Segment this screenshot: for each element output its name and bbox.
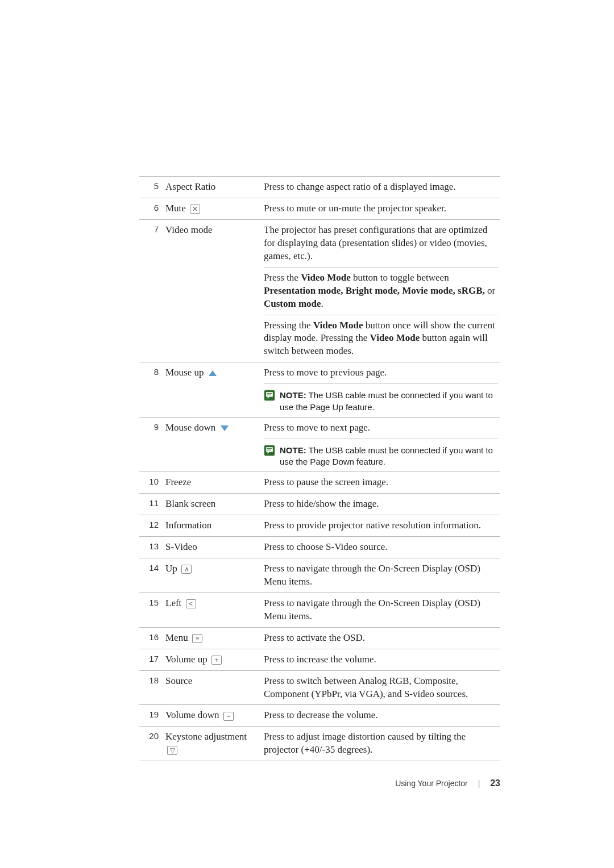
plus-icon: + [211, 656, 222, 665]
row-description: Press to decrease the volume. [264, 705, 500, 727]
row-number: 18 [139, 670, 165, 705]
nav-up-icon: ∧ [181, 565, 192, 574]
table-row: 13S-Video Press to choose S-Video source… [139, 537, 500, 558]
desc-paragraph: Press to adjust image distortion caused … [264, 731, 498, 757]
row-description: Press to choose S-Video source. [264, 537, 500, 558]
note-box: NOTE: The USB cable must be connected if… [264, 388, 498, 413]
desc-paragraph: Press to navigate through the On-Screen … [264, 562, 498, 589]
row-number: 11 [139, 494, 165, 515]
desc-paragraph: Pressing the Video Mode button once will… [264, 315, 498, 358]
footer-page-number: 23 [490, 778, 500, 788]
desc-paragraph: Press to move to next page. [264, 422, 498, 435]
note-text: NOTE: The USB cable must be connected if… [280, 390, 498, 413]
row-label: Volume down − [165, 705, 264, 727]
desc-paragraph: Press to hide/show the image. [264, 498, 498, 511]
row-label: Video mode [165, 219, 264, 362]
desc-paragraph: Press to choose S-Video source. [264, 541, 498, 554]
row-description: Press to increase the volume. [264, 649, 500, 670]
minus-icon: − [223, 712, 234, 721]
row-label: Source [165, 670, 264, 705]
table-row: 14Up ∧Press to navigate through the On-S… [139, 558, 500, 592]
row-number: 17 [139, 649, 165, 670]
remote-functions-table: 5Aspect Ratio Press to change aspect rat… [139, 176, 500, 761]
nav-left-icon: < [186, 599, 196, 608]
row-number: 5 [139, 177, 165, 198]
row-description: Press to activate the OSD. [264, 627, 500, 649]
row-number: 20 [139, 727, 165, 761]
mute-icon: ✕ [190, 205, 200, 214]
note-box: NOTE: The USB cable must be connected if… [264, 443, 498, 468]
row-label: Mouse down [165, 417, 264, 471]
table-row: 17Volume up +Press to increase the volum… [139, 649, 500, 670]
page-footer: Using Your Projector | 23 [395, 778, 500, 788]
row-label: Mute ✕ [165, 198, 264, 219]
table-row: 11Blank screen Press to hide/show the im… [139, 494, 500, 515]
row-description: Press to move to previous page.NOTE: The… [264, 362, 500, 417]
note-text: NOTE: The USB cable must be connected if… [280, 445, 498, 468]
keystone-down-icon: ▽ [167, 746, 177, 755]
row-number: 9 [139, 417, 165, 471]
row-description: Press to adjust image distortion caused … [264, 727, 500, 761]
row-description: Press to mute or un-mute the projector s… [264, 198, 500, 219]
row-number: 6 [139, 198, 165, 219]
table-row: 6Mute ✕Press to mute or un-mute the proj… [139, 198, 500, 219]
desc-paragraph: Press to increase the volume. [264, 653, 498, 666]
desc-paragraph: Press to provide projector native resolu… [264, 519, 498, 532]
desc-paragraph: Press to change aspect ratio of a displa… [264, 181, 498, 194]
table-row: 16Menu ≡Press to activate the OSD. [139, 627, 500, 649]
arrow-up-icon [209, 370, 217, 376]
row-label: Menu ≡ [165, 627, 264, 649]
table-row: 18Source Press to switch between Analog … [139, 670, 500, 705]
desc-paragraph: Press to activate the OSD. [264, 632, 498, 645]
desc-paragraph: Press to decrease the volume. [264, 709, 498, 722]
row-number: 16 [139, 627, 165, 649]
arrow-down-icon [221, 425, 229, 431]
row-description: Press to navigate through the On-Screen … [264, 592, 500, 627]
desc-paragraph: Press to pause the screen image. [264, 476, 498, 489]
footer-section: Using Your Projector [395, 779, 468, 788]
row-label: Mouse up [165, 362, 264, 417]
row-label: Aspect Ratio [165, 177, 264, 198]
row-number: 12 [139, 515, 165, 537]
table-row: 10Freeze Press to pause the screen image… [139, 472, 500, 494]
table-row: 15Left <Press to navigate through the On… [139, 592, 500, 627]
row-description: Press to provide projector native resolu… [264, 515, 500, 537]
row-description: Press to move to next page.NOTE: The USB… [264, 417, 500, 471]
row-description: Press to switch between Analog RGB, Comp… [264, 670, 500, 705]
row-description: Press to pause the screen image. [264, 472, 500, 494]
table-row: 19Volume down −Press to decrease the vol… [139, 705, 500, 727]
row-number: 10 [139, 472, 165, 494]
table-row: 7Video mode The projector has preset con… [139, 219, 500, 362]
table-row: 5Aspect Ratio Press to change aspect rat… [139, 177, 500, 198]
row-label: Blank screen [165, 494, 264, 515]
table-row: 20Keystone adjustment▽Press to adjust im… [139, 727, 500, 761]
table-row: 12Information Press to provide projector… [139, 515, 500, 537]
row-label: Information [165, 515, 264, 537]
row-description: Press to navigate through the On-Screen … [264, 558, 500, 592]
row-number: 7 [139, 219, 165, 362]
table-row: 9Mouse down Press to move to next page.N… [139, 417, 500, 471]
row-label: Left < [165, 592, 264, 627]
row-description: Press to change aspect ratio of a displa… [264, 177, 500, 198]
row-number: 8 [139, 362, 165, 417]
row-description: The projector has preset configurations … [264, 219, 500, 362]
table-row: 8Mouse up Press to move to previous page… [139, 362, 500, 417]
note-icon [264, 390, 275, 401]
row-number: 15 [139, 592, 165, 627]
desc-paragraph: The projector has preset configurations … [264, 224, 498, 263]
desc-paragraph: Press the Video Mode button to toggle be… [264, 267, 498, 311]
row-number: 14 [139, 558, 165, 592]
row-label: S-Video [165, 537, 264, 558]
row-label: Keystone adjustment▽ [165, 727, 264, 761]
row-label: Up ∧ [165, 558, 264, 592]
row-number: 13 [139, 537, 165, 558]
row-label: Volume up + [165, 649, 264, 670]
desc-paragraph: Press to switch between Analog RGB, Comp… [264, 675, 498, 701]
note-icon [264, 445, 275, 456]
footer-separator: | [478, 779, 480, 788]
row-description: Press to hide/show the image. [264, 494, 500, 515]
row-label: Freeze [165, 472, 264, 494]
row-number: 19 [139, 705, 165, 727]
menu-icon: ≡ [192, 634, 202, 643]
desc-paragraph: Press to navigate through the On-Screen … [264, 597, 498, 623]
